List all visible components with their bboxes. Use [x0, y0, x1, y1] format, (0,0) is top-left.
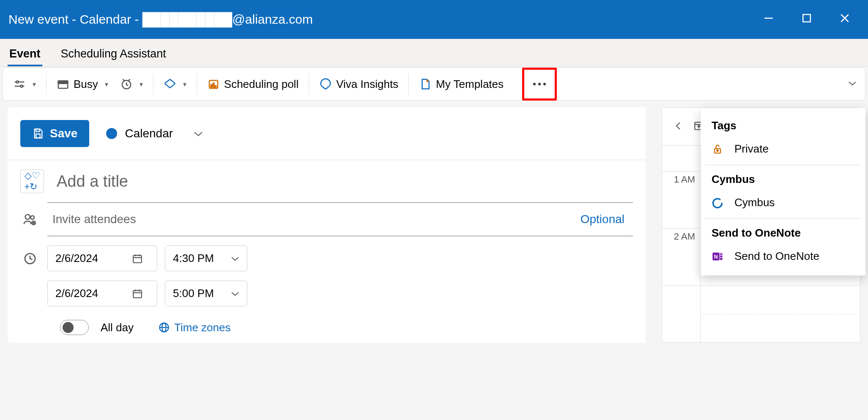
- svg-point-6: [16, 81, 19, 83]
- svg-rect-28: [133, 290, 142, 297]
- people-icon: [20, 212, 40, 226]
- save-label: Save: [50, 127, 77, 140]
- start-time-value: 4:30 PM: [173, 252, 214, 265]
- ribbon-expand-button[interactable]: [844, 76, 861, 92]
- titlebar: New event - Calendar - ██████████@alianz…: [0, 0, 868, 39]
- svg-rect-1: [803, 14, 810, 22]
- menu-section-tags: Tags: [701, 115, 865, 136]
- cymbus-label: Cymbus: [734, 196, 775, 209]
- svg-rect-13: [213, 83, 214, 87]
- menu-item-cymbus[interactable]: Cymbus: [701, 190, 865, 215]
- end-date-value: 2/6/2024: [55, 287, 98, 300]
- svg-rect-9: [58, 81, 68, 84]
- calendar-color-dot: [106, 128, 117, 139]
- menu-section-cymbus: Cymbus: [701, 169, 865, 190]
- templates-label: My Templates: [436, 78, 504, 91]
- maximize-button[interactable]: [800, 12, 813, 27]
- svg-point-20: [25, 215, 30, 219]
- svg-text:N: N: [714, 253, 718, 259]
- svg-point-7: [21, 85, 23, 87]
- time-zones-link[interactable]: Time zones: [158, 321, 230, 334]
- menu-item-onenote[interactable]: N Send to OneNote: [701, 244, 865, 269]
- optional-attendees-link[interactable]: Optional: [580, 213, 624, 226]
- minimize-button[interactable]: [762, 12, 775, 27]
- more-options-menu: Tags Private Cymbus Cymbus Send to OneNo…: [701, 108, 865, 275]
- viva-label: Viva Insights: [336, 78, 398, 91]
- svg-point-17: [543, 83, 546, 85]
- time-zones-label: Time zones: [174, 321, 230, 334]
- emoji-icon: ◇♡+↻: [25, 170, 40, 192]
- svg-rect-12: [211, 85, 212, 87]
- svg-point-21: [30, 216, 34, 220]
- svg-rect-41: [720, 253, 723, 255]
- attendees-input[interactable]: [52, 213, 568, 226]
- calendar-label: Calendar: [125, 127, 173, 140]
- time-slot[interactable]: [662, 285, 860, 342]
- svg-rect-18: [36, 129, 39, 132]
- window-title: New event - Calendar - ██████████@alianz…: [8, 12, 762, 27]
- close-button[interactable]: [838, 12, 851, 27]
- svg-rect-14: [215, 86, 216, 87]
- tab-bar: Event Scheduling Assistant: [0, 39, 868, 67]
- svg-point-15: [533, 83, 536, 85]
- time-label: 2 AM: [662, 229, 700, 285]
- scheduling-poll-button[interactable]: Scheduling poll: [201, 74, 304, 94]
- scheduling-poll-label: Scheduling poll: [224, 78, 298, 91]
- event-form: Save Calendar ◇♡+↻ Optional: [8, 107, 646, 343]
- end-time-picker[interactable]: 5:00 PM: [165, 281, 247, 306]
- chevron-down-icon: ▾: [105, 80, 108, 88]
- menu-section-onenote: Send to OneNote: [701, 222, 865, 244]
- all-day-toggle[interactable]: [60, 320, 89, 335]
- chevron-down-icon: [193, 127, 203, 140]
- chevron-down-icon: ▾: [140, 80, 143, 88]
- chevron-down-icon: ▾: [33, 80, 36, 88]
- status-busy-dropdown[interactable]: Busy ▾: [51, 74, 114, 94]
- reminder-dropdown[interactable]: ▾: [114, 74, 149, 94]
- menu-item-private[interactable]: Private: [701, 136, 865, 161]
- status-label: Busy: [74, 78, 98, 91]
- start-date-value: 2/6/2024: [55, 252, 98, 265]
- categorize-dropdown[interactable]: ▾: [158, 74, 192, 94]
- time-label: 1 AM: [662, 172, 700, 228]
- my-templates-button[interactable]: My Templates: [413, 74, 509, 94]
- prev-day-button[interactable]: [672, 117, 684, 136]
- viva-insights-button[interactable]: Viva Insights: [313, 74, 404, 94]
- tab-scheduling-assistant[interactable]: Scheduling Assistant: [59, 43, 168, 66]
- svg-rect-42: [720, 255, 723, 257]
- svg-rect-24: [133, 255, 142, 262]
- tab-event[interactable]: Event: [8, 43, 42, 66]
- svg-point-16: [538, 83, 541, 85]
- ribbon-options[interactable]: ▾: [7, 74, 42, 94]
- chevron-down-icon: ▾: [183, 80, 186, 88]
- save-button[interactable]: Save: [20, 120, 89, 147]
- start-time-picker[interactable]: 4:30 PM: [165, 245, 247, 271]
- onenote-label: Send to OneNote: [734, 250, 819, 263]
- ribbon: ▾ Busy ▾ ▾ ▾ Scheduling poll Viva Insigh…: [3, 68, 865, 101]
- more-options-button[interactable]: [522, 68, 557, 101]
- private-label: Private: [734, 142, 769, 155]
- end-time-value: 5:00 PM: [173, 287, 214, 300]
- svg-rect-43: [720, 258, 723, 260]
- svg-point-38: [717, 150, 718, 151]
- emoji-picker-button[interactable]: ◇♡+↻: [20, 169, 44, 193]
- all-day-label: All day: [101, 321, 134, 334]
- svg-rect-19: [36, 134, 40, 138]
- start-date-picker[interactable]: 2/6/2024: [47, 245, 157, 271]
- clock-icon: [20, 252, 40, 265]
- title-input[interactable]: [57, 172, 633, 191]
- calendar-selector[interactable]: Calendar: [106, 127, 203, 140]
- end-date-picker[interactable]: 2/6/2024: [47, 281, 157, 306]
- window-controls: [762, 12, 851, 27]
